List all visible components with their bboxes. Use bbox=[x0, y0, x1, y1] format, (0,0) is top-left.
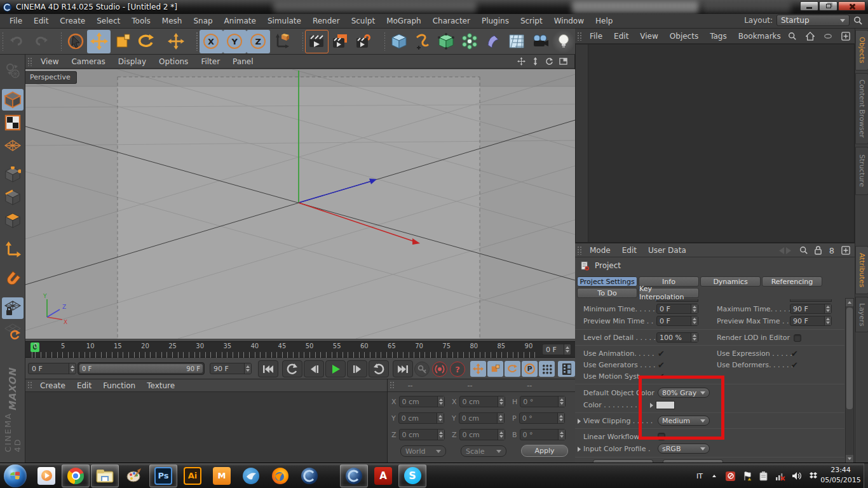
tab-attributes[interactable]: Attributes bbox=[855, 246, 868, 294]
rotation-b-field[interactable]: 0 ° bbox=[520, 429, 566, 440]
menu-tools[interactable]: Tools bbox=[126, 17, 156, 25]
use-animation-checkbox[interactable]: ✔ bbox=[658, 348, 665, 359]
menu-snap[interactable]: Snap bbox=[187, 17, 218, 25]
network-disconnected-icon[interactable] bbox=[775, 471, 785, 482]
zoom-view-button[interactable] bbox=[531, 57, 540, 66]
exp ander-icon[interactable] bbox=[578, 447, 581, 452]
spinner-arrows[interactable] bbox=[437, 396, 444, 407]
minimum-time-field[interactable]: 0 F bbox=[656, 304, 698, 314]
taskbar-illustrator-button[interactable]: Ai bbox=[179, 464, 207, 487]
preview-max-time-field[interactable]: 90 F bbox=[790, 316, 832, 326]
minimize-button[interactable] bbox=[800, 1, 818, 11]
live-selection-tool[interactable] bbox=[64, 30, 87, 53]
menu-simulate[interactable]: Simulate bbox=[262, 17, 307, 25]
keyframe-help-button[interactable]: ? bbox=[450, 362, 465, 377]
toolbar-drag-handle[interactable] bbox=[384, 32, 385, 51]
pan-view-button[interactable] bbox=[517, 57, 526, 66]
lock-workplane-button[interactable] bbox=[2, 297, 24, 319]
lock-z-axis-button[interactable]: Z bbox=[247, 30, 270, 53]
maximum-time-field[interactable]: 90 F bbox=[790, 304, 832, 314]
render-settings-button[interactable] bbox=[352, 30, 376, 53]
menu-file[interactable]: File bbox=[4, 17, 28, 25]
add-subdivision-surface-button[interactable] bbox=[434, 30, 458, 53]
taskbar-chrome-button[interactable] bbox=[62, 464, 90, 487]
position-y-field[interactable]: 0 cm bbox=[398, 412, 444, 424]
toggle-view-button[interactable] bbox=[559, 57, 568, 66]
viewport-menu-view[interactable]: View bbox=[34, 57, 65, 66]
taskbar-skype-button[interactable]: S bbox=[398, 464, 426, 487]
tab-content-browser[interactable]: Content Browser bbox=[855, 73, 868, 144]
lock-y-axis-button[interactable]: Y bbox=[223, 30, 247, 53]
menu-edit[interactable]: Edit bbox=[28, 17, 54, 25]
volume-icon[interactable] bbox=[791, 471, 802, 482]
taskbar-cinema4d-pinned-button[interactable] bbox=[295, 464, 323, 487]
add-camera-button[interactable] bbox=[528, 30, 552, 53]
spinner-arrows[interactable] bbox=[824, 304, 831, 313]
add-environment-button[interactable] bbox=[505, 30, 528, 53]
menu-animate[interactable]: Animate bbox=[219, 17, 262, 25]
tab-layers[interactable]: Layers bbox=[855, 297, 868, 332]
texture-mode-button[interactable] bbox=[2, 112, 24, 133]
keyframe-parameter-toggle[interactable]: P bbox=[522, 361, 538, 377]
viewport-menu-filter[interactable]: Filter bbox=[194, 57, 226, 66]
tab-objects[interactable]: Objects bbox=[855, 30, 868, 71]
keyframe-scale-toggle[interactable] bbox=[487, 361, 503, 377]
add-light-button[interactable] bbox=[552, 30, 575, 53]
menu-sculpt[interactable]: Sculpt bbox=[346, 17, 381, 25]
points-mode-button[interactable] bbox=[2, 164, 24, 186]
goto-start-button[interactable] bbox=[258, 360, 278, 377]
taskbar-maxon-button[interactable]: M bbox=[208, 464, 236, 487]
scroll-down-icon[interactable] bbox=[846, 455, 853, 463]
expander-icon[interactable] bbox=[578, 419, 581, 424]
viewport-camera-label[interactable]: Perspective bbox=[25, 71, 77, 84]
menu-character[interactable]: Character bbox=[427, 17, 476, 25]
workplane-transform-button[interactable] bbox=[2, 320, 24, 342]
keyframe-position-toggle[interactable] bbox=[470, 361, 486, 377]
play-button[interactable] bbox=[325, 360, 346, 377]
coordinates-drag-handle[interactable] bbox=[390, 381, 395, 390]
move-tool[interactable] bbox=[87, 30, 111, 53]
timeline-window-button[interactable] bbox=[558, 361, 575, 377]
search-icon[interactable] bbox=[799, 245, 809, 255]
size-y-field[interactable]: 0 cm bbox=[459, 412, 505, 424]
rotation-h-field[interactable]: 0 ° bbox=[520, 396, 566, 407]
attr-menu-mode[interactable]: Mode bbox=[584, 246, 616, 255]
clipboard-tray-icon[interactable] bbox=[758, 471, 769, 482]
size-mode-dropdown[interactable]: Scale bbox=[461, 445, 506, 457]
material-menu-create[interactable]: Create bbox=[34, 381, 71, 390]
undo-button[interactable] bbox=[5, 30, 29, 53]
spinner-arrows[interactable] bbox=[498, 430, 505, 440]
edges-mode-button[interactable] bbox=[2, 187, 24, 208]
objects-menu-bookmarks[interactable]: Bookmarks bbox=[733, 32, 787, 41]
viewport-drag-handle[interactable] bbox=[27, 57, 32, 66]
add-panel-icon[interactable] bbox=[841, 245, 851, 255]
objects-menu-edit[interactable]: Edit bbox=[608, 32, 634, 41]
position-x-field[interactable]: 0 cm bbox=[399, 396, 445, 407]
material-menu-function[interactable]: Function bbox=[97, 381, 141, 390]
spinner-arrows[interactable] bbox=[244, 363, 251, 374]
dropbox-tray-icon[interactable] bbox=[808, 471, 818, 482]
taskbar-firefox-button[interactable] bbox=[266, 464, 294, 487]
preview-min-time-field[interactable]: 0 F bbox=[656, 316, 698, 326]
viewport-menu-display[interactable]: Display bbox=[112, 57, 153, 66]
attr-menu-edit[interactable]: Edit bbox=[616, 246, 642, 255]
preview-range-slider[interactable]: 0 F90 F bbox=[78, 362, 205, 375]
objects-menu-view[interactable]: View bbox=[634, 32, 663, 41]
autokey-button[interactable] bbox=[432, 362, 447, 377]
taskbar-thunderbird-button[interactable] bbox=[237, 464, 265, 487]
keyframe-rotation-toggle[interactable] bbox=[505, 361, 520, 377]
use-generators-checkbox[interactable]: ✔ bbox=[658, 360, 665, 370]
scroll-up-icon[interactable] bbox=[846, 299, 853, 306]
rotate-tool[interactable] bbox=[134, 30, 158, 53]
spinner-arrows[interactable] bbox=[691, 304, 698, 313]
taskbar-cinema4d-window-button[interactable] bbox=[340, 464, 368, 487]
menu-select[interactable]: Select bbox=[91, 17, 126, 25]
taskbar-acrobat-button[interactable]: A bbox=[369, 464, 397, 487]
taskbar-clock[interactable]: 23:44 05/05/2015 bbox=[820, 465, 862, 485]
taskbar-paint-button[interactable] bbox=[120, 464, 148, 487]
layout-dropdown[interactable]: Startup bbox=[776, 15, 850, 26]
lock-x-axis-button[interactable]: X bbox=[200, 30, 223, 53]
attr-menu-userdata[interactable]: User Data bbox=[642, 246, 692, 255]
attribute-drag-handle[interactable] bbox=[577, 246, 582, 255]
language-indicator[interactable]: IT bbox=[696, 472, 703, 480]
